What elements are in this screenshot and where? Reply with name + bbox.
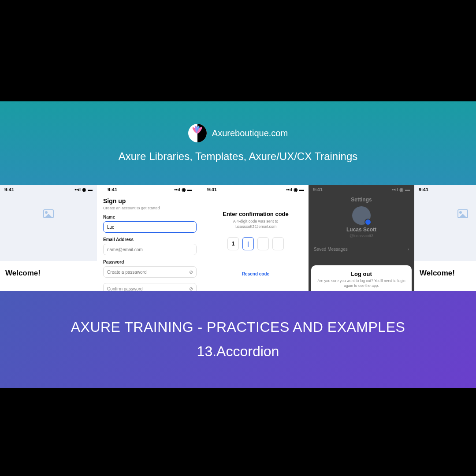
- brand-banner: Axureboutique.com Axure Libraries, Templ…: [0, 101, 476, 185]
- brand-name: Axureboutique.com: [212, 128, 288, 138]
- status-icons: ••ıl ◉ ▬: [392, 187, 410, 193]
- password-input[interactable]: [103, 266, 197, 278]
- welcome-panel: Welcome!: [0, 261, 97, 291]
- training-title: AXURE TRAINING - PRACTICES AND EXAMPLES: [71, 319, 405, 335]
- status-bar: 9:41 ••ıl ◉ ▬: [309, 185, 414, 194]
- resend-link[interactable]: Resend code: [203, 271, 309, 276]
- code-inputs: 1 |: [203, 237, 309, 250]
- logout-text: Are you sure you want to log out? You'll…: [316, 279, 407, 288]
- email-input[interactable]: [103, 244, 197, 255]
- mockup-screens: 9:41 ••ıl ◉ ▬ Welcome! 9:41 ••ıl ◉ ▬ Sig…: [0, 185, 476, 291]
- code-digit-2[interactable]: |: [242, 237, 254, 250]
- screen-settings-logout: 9:41 ••ıl ◉ ▬ Settings Lucas Scott @luca…: [309, 185, 414, 291]
- settings-title: Settings: [309, 197, 414, 203]
- wifi-icon: ◉: [82, 187, 86, 193]
- welcome-panel: Welcome!: [414, 261, 476, 291]
- bottom-letterbox: [0, 388, 476, 476]
- image-placeholder-icon: [43, 209, 54, 218]
- welcome-title: Welcome!: [420, 269, 476, 278]
- avatar-area: Lucas Scott @lucasscott3: [309, 206, 414, 238]
- welcome-title: Welcome!: [5, 269, 92, 278]
- status-time: 9:41: [207, 187, 217, 192]
- signal-icon: ••ıl: [174, 187, 180, 192]
- battery-icon: ▬: [299, 187, 304, 192]
- code-digit-3[interactable]: [257, 237, 269, 250]
- training-subtitle: 13.Accordion: [197, 343, 279, 360]
- saved-messages-item[interactable]: Saved Messages ›: [309, 243, 414, 255]
- status-bar: 9:41 ••ıl ◉ ▬: [0, 185, 97, 194]
- screen-welcome-right: 9:41 Welcome!: [414, 185, 476, 291]
- confirm-title: Enter confirmation code: [203, 211, 309, 217]
- status-icons: ••ıl ◉ ▬: [286, 187, 304, 193]
- chevron-right-icon: ›: [408, 247, 409, 252]
- status-bar: 9:41: [414, 185, 476, 194]
- screen-welcome-left: 9:41 ••ıl ◉ ▬ Welcome!: [0, 185, 97, 291]
- signal-icon: ••ıl: [286, 187, 292, 192]
- wifi-icon: ◉: [182, 187, 186, 193]
- status-time: 9:41: [313, 187, 323, 192]
- logo-row: Axureboutique.com: [188, 124, 288, 142]
- code-digit-1[interactable]: 1: [227, 237, 239, 250]
- screen-signup: 9:41 ••ıl ◉ ▬ Sign up Create an account …: [97, 185, 203, 291]
- status-bar: 9:41 ••ıl ◉ ▬: [103, 185, 197, 194]
- eye-off-icon[interactable]: ⊘: [189, 269, 193, 275]
- logo-icon: [188, 124, 207, 142]
- user-handle: @lucasscott3: [309, 234, 414, 238]
- status-time: 9:41: [419, 187, 428, 192]
- battery-icon: ▬: [187, 187, 192, 192]
- email-label: Email Address: [103, 237, 197, 242]
- wifi-icon: ◉: [294, 187, 298, 193]
- battery-icon: ▬: [88, 187, 93, 192]
- status-time: 9:41: [4, 187, 14, 192]
- image-placeholder-icon: [457, 209, 468, 218]
- screen-confirmation: 9:41 ••ıl ◉ ▬ Enter confirmation code A …: [203, 185, 309, 291]
- password-label: Password: [103, 260, 197, 264]
- signal-icon: ••ıl: [74, 187, 81, 192]
- logout-title: Log out: [316, 271, 407, 277]
- name-input[interactable]: [103, 221, 197, 233]
- wifi-icon: ◉: [399, 187, 404, 193]
- top-letterbox: [0, 0, 476, 101]
- confirm-subtitle: A 4-digit code was sent to lucasscott3@e…: [203, 219, 309, 229]
- signup-subtitle: Create an account to get started: [103, 206, 197, 210]
- confirm-password-input[interactable]: [103, 283, 197, 291]
- logout-sheet: Log out Are you sure you want to log out…: [311, 265, 412, 291]
- signal-icon: ••ıl: [392, 187, 398, 192]
- status-icons: ••ıl ◉ ▬: [174, 187, 192, 193]
- status-time: 9:41: [108, 187, 117, 192]
- eye-off-icon[interactable]: ⊘: [189, 286, 193, 291]
- status-bar: 9:41 ••ıl ◉ ▬: [203, 185, 309, 194]
- training-banner: AXURE TRAINING - PRACTICES AND EXAMPLES …: [0, 291, 476, 388]
- user-name: Lucas Scott: [309, 227, 414, 233]
- code-digit-4[interactable]: [272, 237, 284, 250]
- battery-icon: ▬: [405, 187, 410, 192]
- avatar-icon: [352, 206, 371, 225]
- name-label: Name: [103, 215, 197, 219]
- signup-title: Sign up: [103, 197, 197, 205]
- status-icons: ••ıl ◉ ▬: [74, 187, 93, 193]
- brand-tagline: Axure Libraries, Templates, Axure/UX/CX …: [119, 150, 357, 163]
